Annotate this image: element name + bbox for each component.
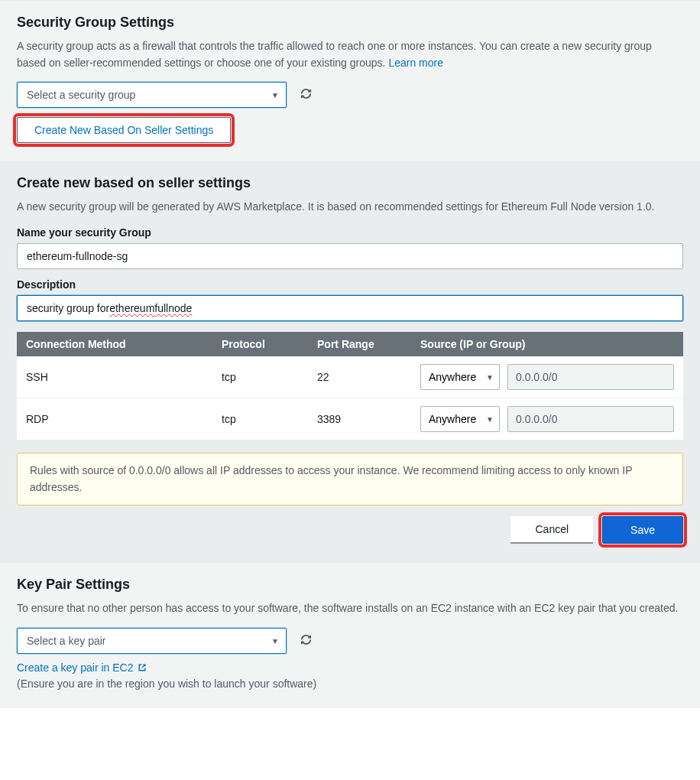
key-pair-note: (Ensure you are in the region you wish t… bbox=[17, 678, 683, 690]
table-row: RDP tcp 3389 Anywhere ▼ bbox=[17, 398, 683, 440]
sg-desc-input[interactable]: security group for ethereum fullnode bbox=[17, 295, 683, 321]
security-group-description: A security group acts as a firewall that… bbox=[17, 38, 683, 71]
security-group-select[interactable]: Select a security group bbox=[17, 82, 287, 108]
cell-protocol: tcp bbox=[222, 371, 317, 383]
key-pair-title: Key Pair Settings bbox=[17, 577, 683, 593]
header-port: Port Range bbox=[317, 338, 420, 350]
key-pair-select[interactable]: Select a key pair bbox=[17, 628, 287, 654]
table-row: SSH tcp 22 Anywhere ▼ bbox=[17, 356, 683, 398]
create-new-title: Create new based on seller settings bbox=[17, 175, 683, 191]
cell-port: 22 bbox=[317, 371, 420, 383]
save-button[interactable]: Save bbox=[602, 516, 683, 544]
create-new-seller-panel: Create new based on seller settings A ne… bbox=[0, 161, 700, 562]
cell-protocol: tcp bbox=[222, 413, 317, 425]
header-method: Connection Method bbox=[26, 338, 222, 350]
refresh-icon[interactable] bbox=[297, 85, 315, 105]
source-type-select[interactable]: Anywhere bbox=[420, 406, 500, 432]
rules-table-header: Connection Method Protocol Port Range So… bbox=[17, 332, 683, 356]
external-link-icon bbox=[138, 662, 147, 674]
create-new-based-on-seller-button[interactable]: Create New Based On Seller Settings bbox=[17, 117, 231, 143]
source-cidr-input[interactable] bbox=[507, 406, 674, 432]
cell-port: 3389 bbox=[317, 413, 420, 425]
sg-name-label: Name your security Group bbox=[17, 226, 683, 239]
sg-name-input[interactable] bbox=[17, 243, 683, 269]
refresh-icon[interactable] bbox=[297, 631, 315, 651]
sg-desc-label: Description bbox=[17, 278, 683, 291]
learn-more-link[interactable]: Learn more bbox=[388, 57, 443, 69]
cell-method: RDP bbox=[26, 413, 222, 425]
cancel-button[interactable]: Cancel bbox=[510, 516, 593, 544]
header-source: Source (IP or Group) bbox=[420, 338, 674, 350]
key-pair-settings-panel: Key Pair Settings To ensure that no othe… bbox=[0, 562, 700, 708]
create-new-description: A new security group will be generated b… bbox=[17, 199, 683, 216]
source-type-select[interactable]: Anywhere bbox=[420, 364, 500, 390]
source-cidr-input[interactable] bbox=[507, 364, 674, 390]
security-group-title: Security Group Settings bbox=[17, 15, 683, 31]
key-pair-description: To ensure that no other person has acces… bbox=[17, 600, 683, 617]
create-key-pair-link[interactable]: Create a key pair in EC2 bbox=[17, 661, 147, 674]
cell-method: SSH bbox=[26, 371, 222, 383]
header-protocol: Protocol bbox=[222, 338, 317, 350]
open-cidr-warning: Rules with source of 0.0.0.0/0 allows al… bbox=[17, 453, 683, 505]
security-group-settings-panel: Security Group Settings A security group… bbox=[0, 0, 700, 161]
